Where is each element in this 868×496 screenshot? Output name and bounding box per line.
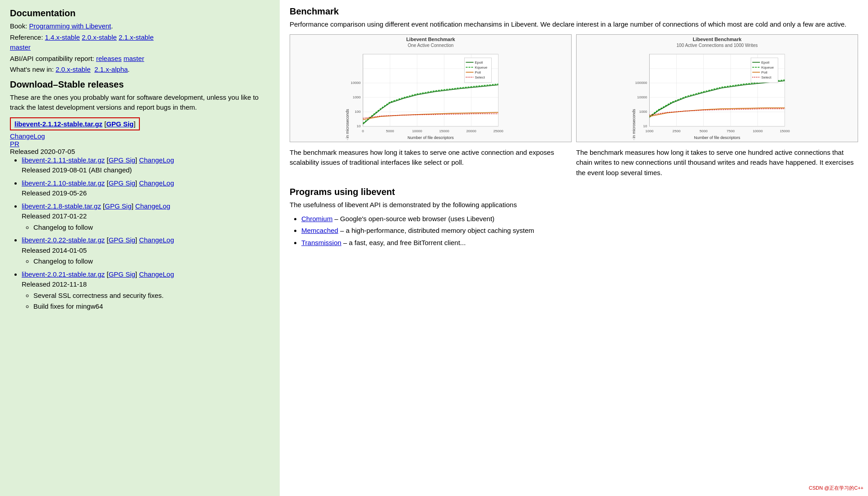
release-link-218[interactable]: libevent-2.1.8-stable.tar.gz: [22, 202, 101, 210]
svg-text:15000: 15000: [439, 129, 449, 133]
bench-desc-left: The benchmark measures how long it takes…: [290, 148, 572, 178]
book-label: Book:: [10, 22, 29, 30]
chromium-desc: – Google's open-source web browser (uses…: [334, 215, 494, 223]
whatsnew-link-1[interactable]: 2.0.x-stable: [55, 65, 91, 73]
svg-text:Number of file descriptors: Number of file descriptors: [694, 135, 740, 140]
svg-text:Time in microseconds: Time in microseconds: [632, 108, 636, 139]
gpg-link-2110[interactable]: GPG Sig: [109, 179, 135, 187]
changelog-link-2021[interactable]: ChangeLog: [139, 270, 174, 278]
gpg-link-2111[interactable]: GPG Sig: [109, 156, 135, 164]
svg-text:10000: 10000: [637, 95, 647, 99]
svg-text:2500: 2500: [673, 129, 681, 133]
release-item-2111: libevent-2.1.11-stable.tar.gz [GPG Sig] …: [22, 155, 270, 176]
changelog-link-2110[interactable]: ChangeLog: [139, 179, 174, 187]
charts-container: Libevent Benchmark One Active Connection: [290, 34, 858, 142]
ref-link-3[interactable]: 2.1.x-stable: [119, 33, 154, 41]
highlighted-pr-link[interactable]: PR: [10, 140, 19, 148]
abi-link-releases[interactable]: releases: [96, 55, 122, 62]
abi-link-master[interactable]: master: [124, 55, 144, 62]
chart-1-area: 10 100 1000 10000 0 5000 10000 15000 200…: [292, 50, 569, 140]
chart-1: Libevent Benchmark One Active Connection: [290, 34, 572, 142]
ref-link-1[interactable]: 1.4.x-stable: [45, 33, 80, 41]
svg-text:Epoll: Epoll: [475, 60, 483, 65]
sub-item-2021-1: Several SSL correctness and security fix…: [33, 291, 270, 301]
benchmark-section: Benchmark Performance comparison using d…: [290, 6, 858, 181]
sub-item-2022-1: Changelog to follow: [33, 256, 270, 267]
svg-text:100000: 100000: [635, 81, 647, 85]
changelog-link-218[interactable]: ChangeLog: [135, 202, 171, 210]
abi-line: ABI/API compatibility report: releases m…: [10, 54, 270, 64]
svg-text:Number of file descriptors: Number of file descriptors: [407, 135, 454, 140]
gpg-link-2022[interactable]: GPG Sig: [109, 236, 135, 244]
benchmark-descriptions: The benchmark measures how long it takes…: [290, 148, 858, 181]
release-date-2022: Released 2014-01-05: [22, 246, 270, 256]
svg-text:Kqueue: Kqueue: [762, 65, 774, 70]
changelog-link-2022[interactable]: ChangeLog: [139, 236, 174, 244]
ref-link-master[interactable]: master: [10, 43, 31, 51]
svg-text:Epoll: Epoll: [762, 60, 770, 65]
reference-label: Reference:: [10, 33, 45, 41]
svg-text:5000: 5000: [700, 129, 708, 133]
svg-text:Poll: Poll: [762, 70, 768, 74]
memcached-link[interactable]: Memcached: [301, 227, 338, 234]
programs-intro: The usefulness of libevent API is demons…: [290, 200, 858, 210]
memcached-desc: – a high-performance, distributed memory…: [340, 227, 534, 234]
documentation-heading: Documentation: [10, 8, 270, 19]
chromium-link[interactable]: Chromium: [301, 215, 332, 223]
svg-text:10: 10: [357, 124, 361, 128]
svg-text:10000: 10000: [351, 81, 361, 85]
sub-list-2022: Changelog to follow: [22, 256, 270, 267]
chart-2-svg: 10 1000 10000 100000 1000 2500 5000 7500…: [578, 50, 856, 140]
svg-text:10: 10: [643, 124, 647, 128]
release-item-2110: libevent-2.1.10-stable.tar.gz [GPG Sig] …: [22, 178, 270, 199]
svg-text:5000: 5000: [386, 129, 394, 133]
highlighted-release-link[interactable]: libevent-2.1.12-stable.tar.gz: [14, 120, 102, 128]
release-date-218: Released 2017-01-22: [22, 211, 270, 222]
release-link-2111[interactable]: libevent-2.1.11-stable.tar.gz: [22, 156, 105, 164]
svg-text:15000: 15000: [780, 129, 790, 133]
highlighted-gpg-link[interactable]: GPG Sig: [106, 120, 134, 128]
highlighted-release-date: Released 2020-07-05: [10, 148, 75, 155]
release-item-218: libevent-2.1.8-stable.tar.gz [GPG Sig] C…: [22, 201, 270, 233]
svg-text:Kqueue: Kqueue: [475, 65, 488, 70]
svg-text:Select: Select: [475, 75, 485, 79]
svg-text:25000: 25000: [493, 129, 503, 133]
svg-text:1000: 1000: [646, 129, 654, 133]
sub-item-2021-2: Build fixes for mingw64: [33, 301, 270, 312]
ref-link-2[interactable]: 2.0.x-stable: [82, 33, 117, 41]
chart-1-subtitle: One Active Connection: [292, 43, 569, 48]
download-section: Download–Stable releases These are the o…: [10, 79, 270, 312]
chart-2-title: Libevent Benchmark: [578, 37, 856, 42]
sub-item-218-1: Changelog to follow: [33, 223, 270, 233]
highlighted-changelog-link[interactable]: ChangeLog: [10, 132, 45, 140]
chart-2-subtitle: 100 Active Connections and 1000 Writes: [578, 43, 856, 48]
chart-1-title: Libevent Benchmark: [292, 37, 569, 42]
bench-desc-right: The benchmark measures how long it takes…: [576, 148, 858, 178]
highlighted-release-wrapper: libevent-2.1.12-stable.tar.gz [GPG Sig] …: [10, 117, 270, 155]
svg-text:10000: 10000: [753, 129, 763, 133]
book-link[interactable]: Programming with Libevent: [29, 22, 111, 30]
sub-list-2021: Several SSL correctness and security fix…: [22, 291, 270, 312]
release-link-2110[interactable]: libevent-2.1.10-stable.tar.gz: [22, 179, 105, 187]
svg-text:Poll: Poll: [475, 70, 481, 74]
gpg-link-218[interactable]: GPG Sig: [105, 202, 131, 210]
gpg-link-2021[interactable]: GPG Sig: [109, 270, 135, 278]
download-description: These are the ones you probably want for…: [10, 93, 270, 113]
release-link-2021[interactable]: libevent-2.0.21-stable.tar.gz: [22, 270, 105, 278]
release-date-2110: Released 2019-05-26: [22, 188, 270, 199]
release-item-2021: libevent-2.0.21-stable.tar.gz [GPG Sig] …: [22, 269, 270, 312]
whatsnew-link-2[interactable]: 2.1.x-alpha: [94, 65, 128, 73]
whatsnew-line: What's new in: 2.0.x-stable 2.1.x-alpha.: [10, 65, 270, 75]
release-list: libevent-2.1.11-stable.tar.gz [GPG Sig] …: [10, 155, 270, 312]
benchmark-description: Performance comparison using different e…: [290, 19, 858, 30]
release-link-2022[interactable]: libevent-2.0.22-stable.tar.gz: [22, 236, 105, 244]
svg-text:0: 0: [362, 129, 364, 133]
programs-section: Programs using libevent The usefulness o…: [290, 187, 858, 248]
svg-text:Select: Select: [762, 75, 772, 79]
release-item-2022: libevent-2.0.22-stable.tar.gz [GPG Sig] …: [22, 235, 270, 267]
documentation-section: Documentation Book: Programming with Lib…: [10, 8, 270, 75]
changelog-link-2111[interactable]: ChangeLog: [139, 156, 174, 164]
svg-text:Time in microseconds: Time in microseconds: [345, 108, 350, 139]
svg-text:20000: 20000: [466, 129, 476, 133]
transmission-link[interactable]: Transmission: [301, 239, 342, 246]
